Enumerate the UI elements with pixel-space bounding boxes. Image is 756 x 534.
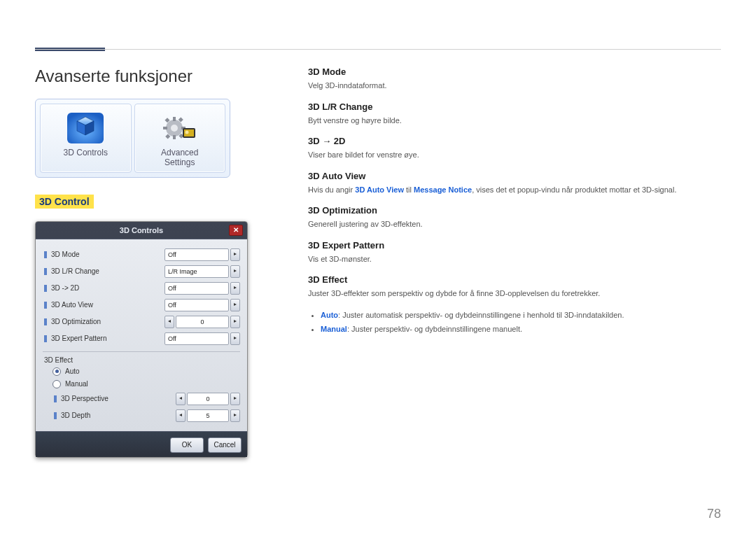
feature-heading: 3D L/R Change bbox=[308, 101, 721, 112]
chevron-right-icon[interactable]: ▸ bbox=[230, 332, 240, 345]
bullet-item: Manual: Juster perspektiv- og dybdeinnst… bbox=[321, 323, 721, 335]
cancel-button[interactable]: Cancel bbox=[208, 437, 241, 453]
dialog-3d-controls: 3D Controls ✕ 3D Mode Off▸ 3D L/R Change… bbox=[35, 221, 248, 458]
feature-desc: Juster 3D-effekter som perspektiv og dyb… bbox=[308, 288, 721, 300]
feature-heading: 3D Auto View bbox=[308, 171, 721, 181]
launcher-card-label: AdvancedSettings bbox=[138, 148, 223, 168]
select-3d-2d[interactable]: Off bbox=[164, 282, 229, 295]
chevron-right-icon[interactable]: ▸ bbox=[230, 248, 240, 261]
cube-3d-icon bbox=[66, 111, 105, 145]
launcher-card-label: 3D Controls bbox=[43, 148, 128, 157]
chevron-right-icon[interactable]: ▸ bbox=[230, 299, 240, 311]
row-label-expert-pattern: 3D Expert Pattern bbox=[51, 335, 164, 342]
select-3d-mode[interactable]: Off bbox=[164, 248, 229, 261]
launcher-panel: 3D Controls bbox=[35, 99, 230, 178]
row-label-perspective: 3D Perspective bbox=[61, 395, 176, 402]
launcher-card-advanced-settings[interactable]: AdvancedSettings bbox=[134, 104, 226, 173]
radio-auto[interactable]: Auto bbox=[43, 365, 240, 378]
close-icon[interactable]: ✕ bbox=[229, 225, 243, 236]
stepper-perspective[interactable]: 0 bbox=[187, 393, 229, 405]
select-expert-pattern[interactable]: Off bbox=[164, 332, 229, 345]
row-label-depth: 3D Depth bbox=[61, 412, 176, 419]
page-title: Avanserte funksjoner bbox=[35, 66, 287, 86]
chevron-left-icon[interactable]: ◂ bbox=[164, 316, 174, 328]
chevron-right-icon[interactable]: ▸ bbox=[230, 409, 240, 422]
row-label-3d-2d: 3D -> 2D bbox=[51, 284, 164, 292]
feature-desc: Viser bare bildet for venstre øye. bbox=[308, 149, 721, 161]
radio-manual[interactable]: Manual bbox=[43, 378, 240, 391]
chevron-right-icon[interactable]: ▸ bbox=[230, 282, 240, 295]
stepper-depth[interactable]: 5 bbox=[187, 409, 229, 422]
feature-heading: 3D Effect bbox=[308, 274, 721, 285]
chevron-left-icon[interactable]: ◂ bbox=[176, 409, 186, 422]
select-auto-view[interactable]: Off bbox=[164, 299, 229, 311]
row-label-auto-view: 3D Auto View bbox=[51, 301, 164, 309]
chevron-left-icon[interactable]: ◂ bbox=[176, 393, 186, 405]
page-number: 78 bbox=[707, 507, 721, 521]
row-label-lr-change: 3D L/R Change bbox=[51, 267, 164, 275]
radio-icon bbox=[52, 367, 61, 376]
feature-desc: Generell justering av 3D-effekten. bbox=[308, 218, 721, 230]
ok-button[interactable]: OK bbox=[170, 437, 204, 453]
row-label-3d-mode: 3D Mode bbox=[51, 251, 164, 258]
feature-heading: 3D Mode bbox=[308, 66, 721, 77]
feature-heading: 3D Optimization bbox=[308, 205, 721, 216]
radio-icon bbox=[52, 380, 61, 388]
page-rule bbox=[35, 49, 721, 50]
svg-rect-7 bbox=[163, 127, 167, 129]
chevron-right-icon[interactable]: ▸ bbox=[230, 265, 240, 278]
feature-desc: Hvis du angir 3D Auto View til Message N… bbox=[308, 184, 721, 196]
group-3d-effect: 3D Effect bbox=[43, 351, 240, 365]
chevron-right-icon[interactable]: ▸ bbox=[230, 316, 240, 328]
gear-icon bbox=[160, 111, 200, 145]
svg-point-13 bbox=[171, 125, 178, 132]
feature-heading: 3D Expert Pattern bbox=[308, 240, 721, 251]
feature-desc: Bytt venstre og høyre bilde. bbox=[308, 115, 721, 127]
chevron-right-icon[interactable]: ▸ bbox=[230, 393, 240, 405]
svg-rect-5 bbox=[173, 117, 176, 121]
svg-point-16 bbox=[185, 131, 188, 134]
dialog-title: 3D Controls ✕ bbox=[36, 222, 247, 239]
svg-rect-6 bbox=[173, 135, 176, 139]
launcher-card-3d-controls[interactable]: 3D Controls bbox=[40, 104, 132, 173]
stepper-optimization[interactable]: 0 bbox=[176, 316, 229, 328]
feature-desc: Velg 3D-inndataformat. bbox=[308, 80, 721, 92]
bullet-item: Auto: Juster automatisk perspektiv- og d… bbox=[321, 309, 721, 321]
select-lr-change[interactable]: L/R Image bbox=[164, 265, 229, 278]
feature-desc: Vis et 3D-mønster. bbox=[308, 253, 721, 265]
row-label-optimization: 3D Optimization bbox=[51, 318, 164, 325]
feature-heading: 3D → 2D bbox=[308, 136, 721, 146]
section-label-3d-control: 3D Control bbox=[35, 195, 94, 209]
